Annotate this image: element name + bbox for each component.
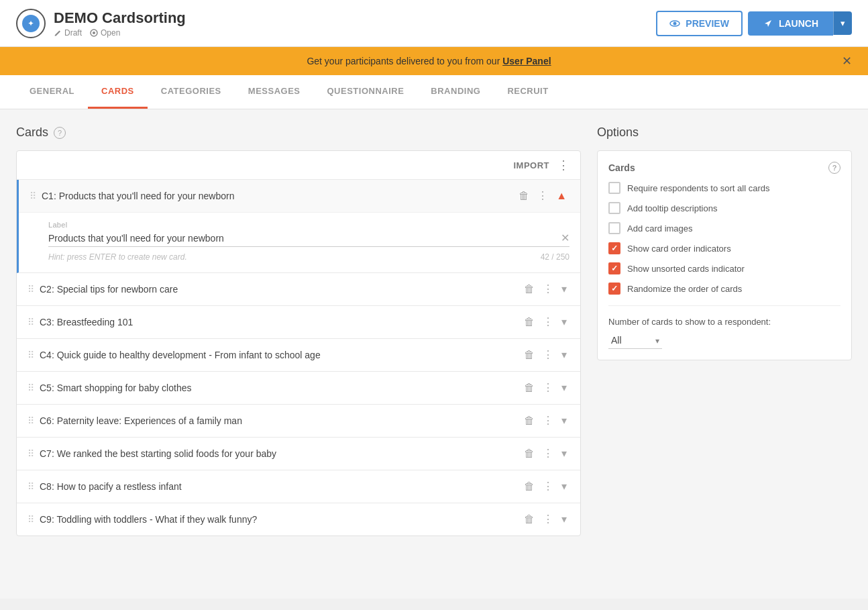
card-row-c8[interactable]: ⠿ C8: How to pacify a restless infant 🗑 … — [17, 470, 580, 503]
app-meta: Draft Open — [54, 28, 186, 38]
banner-close-button[interactable]: ✕ — [842, 55, 852, 67]
expand-card-c7[interactable]: ▾ — [559, 446, 569, 462]
tab-cards[interactable]: CARDS — [88, 75, 148, 109]
card-label-c5: C5: Smart shopping for baby clothes — [40, 383, 516, 393]
num-cards-select[interactable]: All 5 10 15 20 25 — [608, 332, 662, 349]
checkbox-show-unsorted-label: Show unsorted cards indicator — [627, 264, 745, 274]
card-actions-c8: 🗑 ⋮ ▾ — [521, 478, 569, 495]
card-label-c7: C7: We ranked the best starting solid fo… — [40, 448, 516, 459]
delete-card-c1[interactable]: 🗑 — [516, 188, 532, 204]
right-panel: Options Cards ? Require respondents to s… — [597, 125, 852, 582]
more-card-c3[interactable]: ⋮ — [540, 314, 556, 330]
delete-card-c9[interactable]: 🗑 — [521, 511, 537, 527]
checkbox-tooltip-desc[interactable]: Add tooltip descriptions — [608, 202, 840, 214]
checkbox-card-images-label: Add card images — [627, 223, 693, 234]
expand-card-c3[interactable]: ▾ — [559, 314, 569, 330]
checkbox-show-order[interactable]: Show card order indicators — [608, 242, 840, 254]
more-card-c1[interactable]: ⋮ — [535, 188, 551, 204]
card-row-c9[interactable]: ⠿ C9: Toddling with toddlers - What if t… — [17, 503, 580, 536]
clear-label-c1[interactable]: ✕ — [561, 233, 569, 244]
delete-card-c8[interactable]: 🗑 — [521, 478, 537, 495]
tab-messages[interactable]: MESSAGES — [235, 75, 314, 109]
more-card-c5[interactable]: ⋮ — [540, 380, 556, 396]
card-row-c2[interactable]: ⠿ C2: Special tips for newborn care 🗑 ⋮ … — [17, 273, 580, 305]
card-label-c6: C6: Paternity leave: Experiences of a fa… — [40, 415, 516, 426]
card-label-c8: C8: How to pacify a restless infant — [40, 481, 516, 492]
drag-handle-c3: ⠿ — [28, 317, 34, 327]
card-row-c5[interactable]: ⠿ C5: Smart shopping for baby clothes 🗑 … — [17, 372, 580, 404]
header-actions: PREVIEW LAUNCH ▾ — [656, 11, 852, 36]
card-item-c8: ⠿ C8: How to pacify a restless infant 🗑 … — [17, 470, 580, 503]
card-item-c3: ⠿ C3: Breastfeeding 101 🗑 ⋮ ▾ — [17, 306, 580, 339]
toolbar-more-button[interactable]: ⋮ — [557, 159, 569, 171]
tab-questionnaire[interactable]: QUESTIONNAIRE — [313, 75, 417, 109]
card-row-c1[interactable]: ⠿ C1: Products that you'll need for your… — [19, 180, 580, 212]
expand-card-c6[interactable]: ▾ — [559, 413, 569, 429]
launch-dropdown-button[interactable]: ▾ — [833, 11, 852, 35]
card-item-c1: ⠿ C1: Products that you'll need for your… — [17, 180, 580, 273]
expand-card-c9[interactable]: ▾ — [559, 511, 569, 527]
card-label-c2: C2: Special tips for newborn care — [40, 284, 516, 295]
more-card-c6[interactable]: ⋮ — [540, 413, 556, 429]
label-input-c1[interactable] — [48, 233, 569, 244]
user-panel-link[interactable]: User Panel — [502, 56, 551, 66]
num-cards-section: Number of cards to show to a respondent:… — [608, 305, 840, 349]
banner-text: Get your participants delivered to you f… — [16, 56, 842, 66]
card-item-c2: ⠿ C2: Special tips for newborn care 🗑 ⋮ … — [17, 273, 580, 306]
card-actions-c4: 🗑 ⋮ ▾ — [521, 347, 569, 363]
tab-general[interactable]: GENERAL — [16, 75, 88, 109]
tab-categories[interactable]: CATEGORIES — [148, 75, 235, 109]
tab-branding[interactable]: BRANDING — [417, 75, 494, 109]
more-card-c9[interactable]: ⋮ — [540, 511, 556, 527]
delete-card-c5[interactable]: 🗑 — [521, 380, 537, 396]
checkbox-require-sort-label: Require respondents to sort all cards — [627, 183, 769, 193]
drag-handle-c9: ⠿ — [28, 514, 34, 525]
delete-card-c6[interactable]: 🗑 — [521, 413, 537, 429]
card-c1-body: Label ✕ Hint: press ENTER to create new … — [19, 212, 580, 272]
svg-point-1 — [93, 32, 95, 34]
collapse-card-c1[interactable]: ▲ — [553, 188, 569, 204]
card-row-c3[interactable]: ⠿ C3: Breastfeeding 101 🗑 ⋮ ▾ — [17, 306, 580, 338]
delete-card-c2[interactable]: 🗑 — [521, 281, 537, 297]
checkbox-card-images[interactable]: Add card images — [608, 222, 840, 234]
preview-button[interactable]: PREVIEW — [656, 11, 743, 36]
logo-inner — [22, 15, 40, 32]
options-title: Options — [597, 125, 852, 140]
tab-recruit[interactable]: RECRUIT — [494, 75, 561, 109]
eye-icon — [669, 18, 680, 29]
checkbox-show-order-label: Show card order indicators — [627, 244, 731, 254]
more-card-c4[interactable]: ⋮ — [540, 347, 556, 363]
launch-button[interactable]: LAUNCH — [748, 11, 833, 36]
checkbox-randomize[interactable]: Randomize the order of cards — [608, 283, 840, 295]
options-help-icon[interactable]: ? — [828, 162, 840, 174]
checkbox-tooltip-desc-label: Add tooltip descriptions — [627, 203, 717, 213]
cards-help-icon[interactable]: ? — [54, 127, 66, 139]
card-label-c9: C9: Toddling with toddlers - What if the… — [40, 514, 516, 525]
launch-icon — [763, 18, 773, 29]
card-row-c7[interactable]: ⠿ C7: We ranked the best starting solid … — [17, 438, 580, 470]
expand-card-c5[interactable]: ▾ — [559, 380, 569, 396]
more-card-c7[interactable]: ⋮ — [540, 446, 556, 462]
delete-card-c4[interactable]: 🗑 — [521, 347, 537, 363]
delete-card-c3[interactable]: 🗑 — [521, 314, 537, 330]
card-row-c6[interactable]: ⠿ C6: Paternity leave: Experiences of a … — [17, 405, 580, 437]
checkbox-show-unsorted[interactable]: Show unsorted cards indicator — [608, 262, 840, 274]
card-row-c4[interactable]: ⠿ C4: Quick guide to healthy development… — [17, 339, 580, 371]
expand-card-c8[interactable]: ▾ — [559, 478, 569, 495]
card-item-c6: ⠿ C6: Paternity leave: Experiences of a … — [17, 405, 580, 438]
card-actions-c5: 🗑 ⋮ ▾ — [521, 380, 569, 396]
delete-card-c7[interactable]: 🗑 — [521, 446, 537, 462]
options-cards-subtitle: Cards ? — [608, 162, 840, 174]
expand-card-c4[interactable]: ▾ — [559, 347, 569, 363]
card-item-c7: ⠿ C7: We ranked the best starting solid … — [17, 438, 580, 470]
options-card: Cards ? Require respondents to sort all … — [597, 150, 852, 360]
drag-handle-c7: ⠿ — [28, 448, 34, 459]
import-button[interactable]: IMPORT — [513, 160, 549, 170]
card-item-c9: ⠿ C9: Toddling with toddlers - What if t… — [17, 503, 580, 536]
checkbox-require-sort[interactable]: Require respondents to sort all cards — [608, 182, 840, 194]
label-field-label: Label — [48, 221, 569, 229]
logo-icon — [16, 9, 46, 38]
more-card-c8[interactable]: ⋮ — [540, 478, 556, 495]
expand-card-c2[interactable]: ▾ — [559, 281, 569, 297]
more-card-c2[interactable]: ⋮ — [540, 281, 556, 297]
